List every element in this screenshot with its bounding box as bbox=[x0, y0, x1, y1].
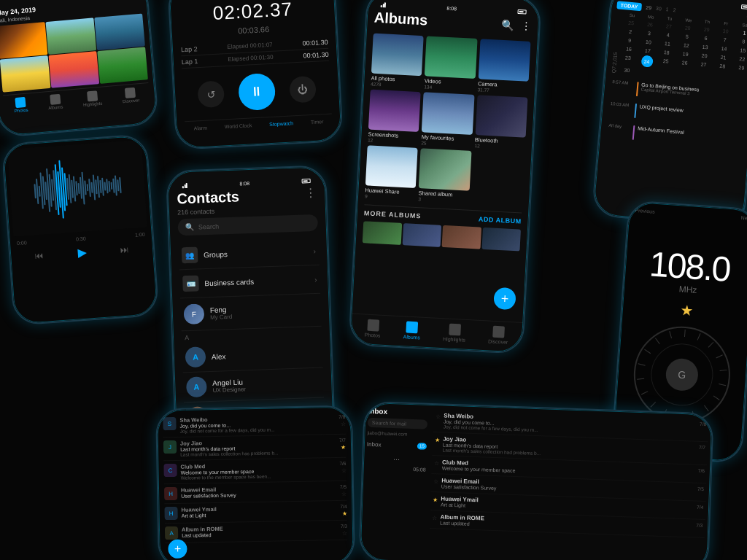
album-rome-star-icon[interactable]: ☆ bbox=[342, 530, 347, 537]
svg-line-2 bbox=[697, 333, 700, 340]
huawei-ymail-star-icon[interactable]: ★ bbox=[342, 510, 347, 517]
cal-day-th: Th bbox=[697, 19, 716, 25]
email-hw-star-icon[interactable]: ☆ bbox=[433, 478, 438, 489]
nav-discover[interactable]: Discover bbox=[122, 87, 140, 104]
club-med-star-icon[interactable]: ☆ bbox=[341, 467, 347, 474]
email-search-bar[interactable]: Search for mail bbox=[368, 418, 427, 429]
cal-cell: 4 bbox=[659, 30, 678, 39]
joy-jiao-star-icon[interactable]: ★ bbox=[341, 444, 346, 451]
email-more-options[interactable]: ⋯ bbox=[393, 456, 400, 463]
album-huawei-share[interactable]: Huawei Share 9 bbox=[365, 145, 418, 201]
nav-albums[interactable]: Albums bbox=[47, 94, 63, 111]
contacts-bizcard-item[interactable]: 🪪 Business cards › bbox=[179, 265, 320, 299]
email-sha-star-icon[interactable]: ☆ bbox=[436, 413, 441, 429]
photo-thumb-mountain[interactable] bbox=[46, 18, 97, 55]
nav-discover-icon bbox=[125, 88, 136, 98]
contacts-groups-item[interactable]: 👥 Groups › bbox=[178, 237, 319, 271]
albums-battery bbox=[517, 9, 526, 15]
svg-line-14 bbox=[637, 378, 644, 379]
add-album-button[interactable]: ADD ALBUM bbox=[479, 216, 522, 225]
cal-cell: 13 bbox=[696, 42, 715, 52]
sw-tab-alarm[interactable]: Alarm bbox=[193, 125, 207, 131]
svg-line-7 bbox=[713, 396, 719, 400]
event-content-uxq: UXQ project review bbox=[638, 104, 744, 127]
sw-tab-worldclock[interactable]: World Clock bbox=[225, 122, 252, 129]
album-shared[interactable]: Shared album 3 bbox=[418, 148, 471, 204]
svg-text:G: G bbox=[678, 368, 686, 381]
audio-prev-btn[interactable]: ⏮ bbox=[34, 250, 44, 261]
albums-nav-albums[interactable]: Albums bbox=[403, 321, 421, 340]
email-time-stamp: 05:08 bbox=[366, 465, 426, 472]
cal-1: 1 bbox=[666, 7, 670, 12]
more-thumb-2[interactable] bbox=[402, 223, 441, 247]
more-thumb-1[interactable] bbox=[363, 221, 402, 245]
contact-angel-liu[interactable]: A Angel Liu UX Designer bbox=[183, 368, 324, 403]
album-videos[interactable]: Videos 134 bbox=[424, 36, 477, 92]
nav-photos[interactable]: Photos bbox=[13, 97, 28, 114]
email-alr-time: 7/3 bbox=[696, 523, 703, 534]
radio-unit: MHz bbox=[678, 284, 697, 295]
audio-next-btn[interactable]: ⏭ bbox=[120, 244, 129, 255]
photo-thumb-sunset[interactable] bbox=[49, 51, 100, 88]
album-favourites[interactable]: My favourites 25 bbox=[421, 92, 474, 148]
notif-joy-jiao[interactable]: J Joy Jiao Last month's data report Last… bbox=[163, 435, 347, 461]
email-hwy-star-icon[interactable]: ★ bbox=[433, 497, 438, 507]
contacts-menu-dots[interactable]: ⋮ bbox=[305, 186, 317, 201]
email-joy-star-icon[interactable]: ★ bbox=[435, 437, 441, 452]
photo-thumb-butterfly[interactable] bbox=[0, 22, 47, 59]
photo-thumb-boats[interactable] bbox=[94, 13, 145, 50]
album-thumb-bluetooth bbox=[475, 95, 527, 138]
more-thumb-3[interactable] bbox=[442, 225, 481, 249]
email-alr-star-icon[interactable]: ☆ bbox=[432, 515, 437, 525]
club-med-time: 7/6 bbox=[339, 461, 346, 466]
search-icon[interactable]: 🔍 bbox=[501, 18, 514, 31]
more-thumb-4[interactable] bbox=[481, 228, 521, 252]
album-bluetooth[interactable]: Bluetooth 12 bbox=[474, 95, 527, 151]
contacts-search-bar[interactable]: 🔍 Search bbox=[177, 214, 318, 236]
email-sidebar: Inbox Search for mail jiabo@huawei.com I… bbox=[360, 402, 430, 560]
huawei-email-star-icon[interactable]: ☆ bbox=[341, 491, 347, 497]
album-all-photos[interactable]: All photos 4278 bbox=[371, 34, 424, 90]
feng-subtitle: My Card bbox=[210, 314, 233, 321]
lap-2-elapsed: Elapsed 00:01:07 bbox=[227, 42, 273, 51]
album-screenshots[interactable]: Screenshots 12 bbox=[368, 89, 421, 145]
albums-nav-highlights[interactable]: Highlights bbox=[443, 323, 466, 343]
sw-reset-button[interactable]: ↺ bbox=[197, 80, 225, 108]
album-thumb-camera bbox=[478, 39, 530, 82]
more-albums-label: MORE ALBUMS bbox=[364, 209, 422, 219]
albums-fab-button[interactable]: + bbox=[493, 287, 516, 311]
notif-club-med[interactable]: C Club Med Welcome to your member space … bbox=[163, 458, 347, 484]
more-icon[interactable]: ⋮ bbox=[521, 20, 532, 32]
cal-cell: 27 bbox=[659, 21, 678, 31]
nav-highlights[interactable]: Highlights bbox=[82, 90, 102, 107]
feng-info: Feng My Card bbox=[210, 306, 233, 321]
cal-day-mo: Mo bbox=[641, 14, 660, 20]
contact-alex[interactable]: A Alex bbox=[182, 338, 322, 373]
sw-tab-stopwatch[interactable]: Stopwatch bbox=[269, 120, 293, 127]
sw-tab-timer[interactable]: Timer bbox=[311, 119, 324, 125]
alex-avatar: A bbox=[185, 346, 206, 368]
radio-star-icon[interactable]: ★ bbox=[679, 301, 694, 319]
albums-nav-photos[interactable]: Photos bbox=[365, 319, 382, 338]
sha-weibo-star-icon[interactable]: ☆ bbox=[340, 421, 345, 427]
audio-play-btn[interactable]: ▶ bbox=[77, 246, 87, 260]
contacts-my-card[interactable]: F Feng My Card bbox=[180, 294, 321, 332]
sw-lap-button[interactable]: ⏻ bbox=[289, 76, 317, 104]
event-content-beijing: Go to Beijing on business Capital Airpor… bbox=[640, 82, 746, 106]
notif-sha-weibo[interactable]: S Sha Weibo Joy, did you come to... Joy,… bbox=[163, 411, 346, 438]
notif-fab-button[interactable]: + bbox=[168, 540, 187, 559]
photo-thumb-temple[interactable] bbox=[97, 47, 148, 84]
email-club-star-icon[interactable]: ☆ bbox=[434, 460, 439, 470]
sw-pause-button[interactable]: ⏸ bbox=[238, 73, 276, 112]
albums-signal bbox=[381, 1, 386, 7]
notif-album-rome[interactable]: A Album in ROME Last updated 7/3 ☆ bbox=[165, 521, 347, 543]
album-camera[interactable]: Camera 31.77 bbox=[477, 39, 530, 95]
inbox-badge: 15 bbox=[417, 443, 427, 449]
email-folder-inbox[interactable]: Inbox 15 bbox=[367, 440, 427, 451]
groups-chevron-icon: › bbox=[313, 246, 316, 254]
calendar-grid: 25 26 27 28 29 30 1 2 3 4 5 6 7 8 9 10 1 bbox=[618, 18, 747, 85]
cal-29: 29 bbox=[646, 5, 651, 11]
albums-nav-discover[interactable]: Discover bbox=[488, 325, 509, 344]
photo-thumb-beach[interactable] bbox=[0, 55, 50, 93]
albums-nav-albums-icon bbox=[406, 322, 419, 334]
